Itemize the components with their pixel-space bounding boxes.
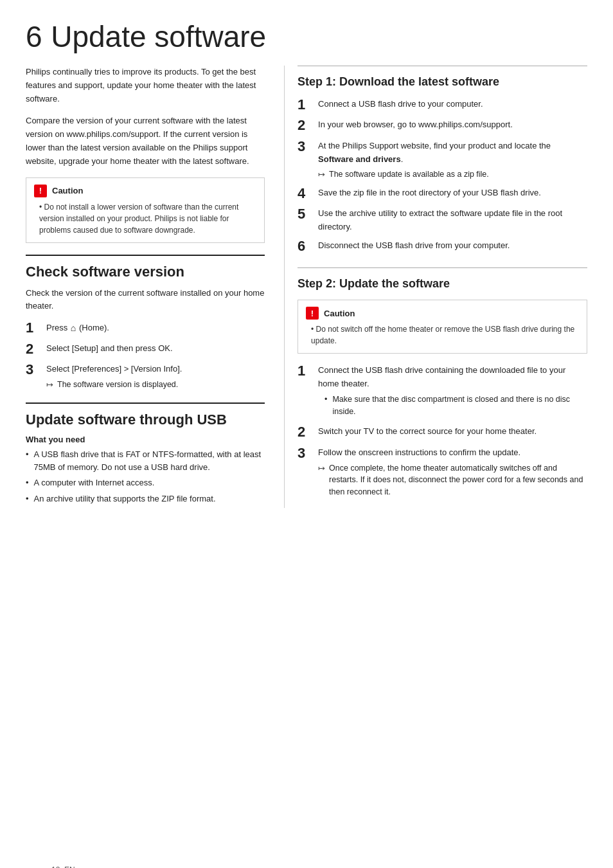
chapter-title-text: Update software (51, 20, 266, 53)
intro-para2: Compare the version of your current soft… (26, 114, 265, 168)
caution-text-left: Do not install a lower version of softwa… (34, 201, 256, 236)
caution-item-right-1: Do not switch off the home theater or re… (311, 323, 579, 347)
step2-text-1: Connect the USB flash drive containing t… (318, 365, 565, 388)
chapter-number: 6 (26, 20, 42, 53)
step2-item-3: 3 Follow the onscreen instructions to co… (298, 445, 587, 498)
check-step-2: 2 Select [Setup] and then press OK. (26, 341, 265, 357)
check-step-1-text: Press (46, 323, 70, 332)
caution-box-right: ! Caution Do not switch off the home the… (298, 300, 587, 354)
step1-item-6: 6 Disconnect the USB flash drive from yo… (298, 238, 587, 255)
check-step-3-arrow: ↦ The software version is displayed. (46, 379, 182, 392)
step1-text-5: Use the archive utility to extract the s… (318, 206, 587, 234)
step1-text-4: Save the zip file in the root directory … (318, 185, 541, 200)
step1-text-3a: At the Philips Support website, find you… (318, 141, 551, 150)
step1-text-3b: . (401, 154, 404, 164)
step1-item-3: 3 At the Philips Support website, find y… (298, 138, 587, 181)
left-column: Philips continually tries to improve its… (26, 66, 284, 508)
usb-item-3: An archive utility that supports the ZIP… (26, 493, 265, 505)
step2-arrow-3: ↦ Once complete, the home theater automa… (318, 462, 587, 498)
what-you-need-list: A USB flash drive that is FAT or NTFS-fo… (26, 448, 265, 505)
step1-text-2: In your web browser, go to www.philips.c… (318, 117, 513, 132)
usb-item-1: A USB flash drive that is FAT or NTFS-fo… (26, 448, 265, 473)
caution-box-left: ! Caution Do not install a lower version… (26, 177, 265, 243)
check-step-3: 3 Select [Preferences] > [Version Info].… (26, 361, 265, 391)
check-step-1: 1 Press ⌂ (Home). (26, 320, 265, 336)
update-usb-title: Update software through USB (26, 402, 265, 428)
step2-subbullets-1: Make sure that the disc compartment is c… (318, 393, 587, 418)
step2-text-2: Switch your TV to the correct source for… (318, 424, 537, 439)
step1-bold-3: Software and drivers (318, 154, 401, 164)
step1-item-5: 5 Use the archive utility to extract the… (298, 206, 587, 234)
step2-subbullet-1-1: Make sure that the disc compartment is c… (324, 393, 587, 418)
step1-title: Step 1: Download the latest software (298, 66, 587, 89)
caution-icon-left: ! (34, 185, 47, 197)
usb-item-2: A computer with Internet access. (26, 476, 265, 489)
check-step-3-text: Select [Preferences] > [Version Info]. (46, 364, 182, 374)
step2-title: Step 2: Update the software (298, 267, 587, 291)
caution-icon-right: ! (306, 307, 319, 320)
step1-list: 1 Connect a USB flash drive to your comp… (298, 96, 587, 255)
step2-list: 1 Connect the USB flash drive containing… (298, 363, 587, 498)
check-step-2-text: Select [Setup] and then press OK. (46, 341, 173, 356)
check-software-title: Check software version (26, 255, 265, 280)
caution-item-left-1: Do not install a lower version of softwa… (39, 201, 256, 236)
caution-header-right: ! Caution (306, 307, 579, 320)
step1-text-6: Disconnect the USB flash drive from your… (318, 238, 510, 253)
step1-item-4: 4 Save the zip file in the root director… (298, 185, 587, 202)
check-step-1-home-label: (Home). (79, 323, 109, 332)
step2-text-3: Follow the onscreen instructions to conf… (318, 448, 520, 457)
what-you-need-label: What you need (26, 435, 265, 444)
step2-item-1: 1 Connect the USB flash drive containing… (298, 363, 587, 420)
caution-label-right: Caution (324, 309, 355, 318)
check-software-steps: 1 Press ⌂ (Home). 2 Select [Setup] and t… (26, 320, 265, 391)
check-software-subtitle: Check the version of the current softwar… (26, 287, 265, 314)
step1-text-1: Connect a USB flash drive to your comput… (318, 96, 483, 111)
page-number: 18 EN (51, 865, 75, 868)
chapter-title: 6 Update software (26, 19, 587, 54)
step1-item-1: 1 Connect a USB flash drive to your comp… (298, 96, 587, 113)
intro-para1: Philips continually tries to improve its… (26, 66, 265, 105)
caution-header-left: ! Caution (34, 185, 256, 197)
right-column: Step 1: Download the latest software 1 C… (284, 66, 587, 508)
caution-text-right: Do not switch off the home theater or re… (306, 323, 579, 347)
step2-item-2: 2 Switch your TV to the correct source f… (298, 424, 587, 440)
step1-arrow-3: ↦ The software update is available as a … (318, 168, 587, 181)
caution-label-left: Caution (52, 186, 83, 195)
step1-item-2: 2 In your web browser, go to www.philips… (298, 117, 587, 134)
home-icon: ⌂ (71, 321, 76, 335)
